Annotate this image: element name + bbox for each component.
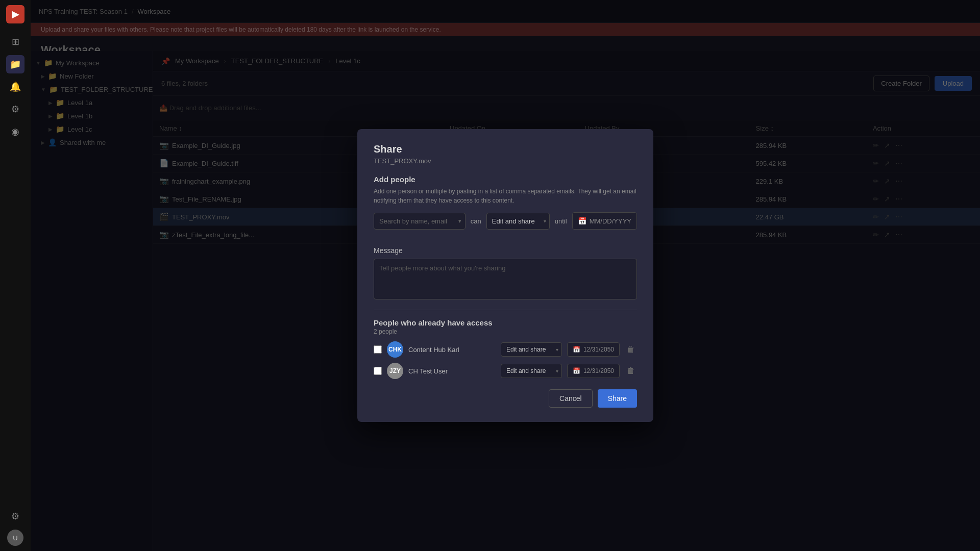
calendar-icon-1: 📅: [573, 346, 580, 353]
person-date-2: 📅 12/31/2050: [567, 364, 620, 378]
search-input-wrap: ▾: [374, 213, 465, 230]
modal-footer: Cancel Share: [374, 389, 637, 408]
divider: [374, 238, 637, 238]
person-permission-select-2[interactable]: Edit and share Edit share and View only: [501, 364, 562, 378]
person-avatar-2: JZY: [387, 363, 403, 379]
person-checkbox-2[interactable]: [374, 367, 382, 375]
person-avatar-1: CHK: [387, 341, 403, 358]
access-count: 2 people: [374, 328, 637, 335]
sidebar: ▶ ⊞ 📁 🔔 ⚙ ◉ ⚙ U: [0, 0, 31, 551]
person-permission-select-1[interactable]: Edit and share Edit share and View only: [501, 342, 562, 357]
person-row-2: JZY CH Test User Edit and share Edit sha…: [374, 363, 637, 379]
person-name-2: CH Test User: [408, 367, 496, 375]
calendar-icon: 📅: [578, 217, 586, 225]
permission-select[interactable]: Edit and share Edit share and View only: [486, 213, 550, 230]
person-date-1: 📅 12/31/2050: [567, 342, 620, 357]
person-delete-button-1[interactable]: 🗑: [625, 343, 637, 356]
search-dropdown-icon: ▾: [458, 218, 461, 224]
sidebar-icon-home[interactable]: ⊞: [6, 33, 24, 51]
sidebar-icon-files[interactable]: 📁: [6, 55, 24, 73]
sidebar-icon-notifications[interactable]: 🔔: [6, 78, 24, 96]
person-date-value-2: 12/31/2050: [583, 367, 614, 374]
add-people-desc: Add one person or multiple by pasting in…: [374, 187, 637, 205]
permission-wrap: Edit and share Edit share and View only …: [486, 213, 550, 230]
person-checkbox-1[interactable]: [374, 345, 382, 354]
can-label: can: [471, 217, 481, 225]
date-placeholder: MM/DD/YYYY: [590, 217, 631, 225]
add-people-title: Add people: [374, 175, 637, 184]
calendar-icon-2: 📅: [573, 367, 580, 374]
until-label: until: [555, 217, 567, 225]
divider-2: [374, 310, 637, 310]
sidebar-icon-settings[interactable]: ⚙: [6, 100, 24, 118]
person-date-value-1: 12/31/2050: [583, 346, 614, 353]
share-row: ▾ can Edit and share Edit share and View…: [374, 212, 637, 230]
app-logo[interactable]: ▶: [6, 5, 24, 23]
share-modal: Share TEST_PROXY.mov Add people Add one …: [357, 129, 653, 422]
message-textarea[interactable]: [374, 259, 637, 299]
message-label: Message: [374, 246, 637, 255]
person-name-1: Content Hub Karl: [408, 346, 496, 354]
share-button[interactable]: Share: [598, 389, 637, 408]
access-title: People who already have access: [374, 318, 637, 327]
person-perm-wrap-2: Edit and share Edit share and View only: [501, 364, 562, 378]
user-avatar[interactable]: U: [7, 530, 23, 546]
person-row-1: CHK Content Hub Karl Edit and share Edit…: [374, 341, 637, 358]
sidebar-icon-extra[interactable]: ◉: [6, 122, 24, 141]
sidebar-icon-bottom[interactable]: ⚙: [6, 507, 24, 525]
person-perm-wrap-1: Edit and share Edit share and View only: [501, 342, 562, 357]
modal-overlay: Share TEST_PROXY.mov Add people Add one …: [31, 0, 980, 551]
search-input[interactable]: [374, 213, 465, 230]
person-delete-button-2[interactable]: 🗑: [625, 364, 637, 378]
modal-filename: TEST_PROXY.mov: [374, 157, 637, 165]
modal-title: Share: [374, 143, 637, 155]
cancel-button[interactable]: Cancel: [549, 389, 593, 408]
date-picker[interactable]: 📅 MM/DD/YYYY: [572, 212, 637, 230]
